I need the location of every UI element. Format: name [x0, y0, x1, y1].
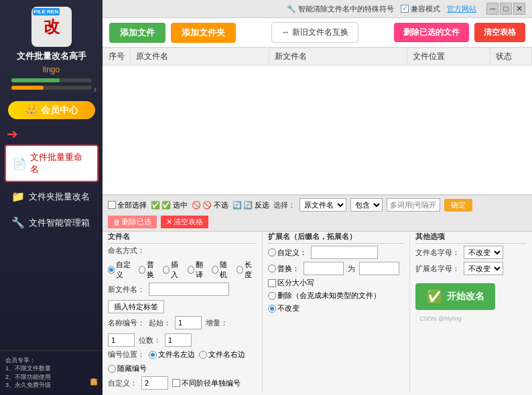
ext-case-label: 区分大小写 [277, 278, 314, 288]
pos-left-radio[interactable] [149, 351, 157, 359]
member-center-btn[interactable]: 👑 会员中心 [8, 101, 95, 119]
ext-delete-radio[interactable] [268, 292, 276, 300]
naming-random-radio[interactable] [212, 266, 218, 274]
ext-case-cb-box[interactable] [268, 279, 276, 287]
ext-replace-from-input[interactable] [304, 262, 344, 275]
expand-arrow-icon[interactable]: › [94, 84, 97, 94]
compat-mode-checkbox[interactable] [401, 5, 409, 13]
select-bar-clear-btn[interactable]: ✕ 清空表格 [161, 216, 208, 228]
naming-translate[interactable]: 翻译 [188, 260, 208, 280]
contain-input[interactable] [387, 198, 440, 212]
naming-custom[interactable]: 自定义 [108, 260, 135, 280]
pos-hide-radio[interactable] [108, 365, 116, 373]
th-orig: 原文件名 [131, 48, 269, 66]
diff-line-checkbox[interactable]: 不同阶径单独编号 [172, 378, 241, 388]
swap-names-button[interactable]: ↔ 新旧文件名互换 [271, 22, 358, 43]
naming-row: 命名方式： 自定义 普换 插入 [108, 246, 257, 280]
logo-text: 改 [44, 16, 60, 37]
deselect-item[interactable]: 🚫 🚫 不选 [192, 200, 228, 210]
pos-hide[interactable]: 随藏编号 [108, 364, 147, 374]
sidebar-item-rename-label: 文件批量重命名 [30, 151, 90, 175]
naming-translate-radio[interactable] [188, 266, 194, 274]
step-input[interactable] [108, 333, 135, 347]
contain-dropdown[interactable]: 包含 [350, 198, 383, 212]
naming-random[interactable]: 随机 [212, 260, 232, 280]
ext-custom-input[interactable] [311, 246, 378, 259]
clean-special-item: 🔧 智能清除文件名中的特殊符号 [287, 4, 394, 14]
ext-char-select[interactable]: 不改变 [464, 262, 503, 275]
ext-replace-label: 普换： [277, 264, 300, 274]
ext-nochange-label: 不改变 [277, 303, 300, 313]
ext-replace-to-input[interactable] [359, 262, 399, 275]
promo-line-3: 3、永久免费升级 [5, 381, 89, 390]
naming-replace-label: 普换 [147, 260, 159, 280]
digits-input[interactable] [165, 333, 192, 347]
select-all-cb-box[interactable] [108, 201, 116, 209]
custom-label: 自定义： [108, 378, 137, 388]
naming-custom-radio[interactable] [108, 266, 115, 274]
ext-replace-radio[interactable] [268, 264, 276, 272]
numbering-row: 名称编号： 起始： 增量： 位数： [108, 316, 257, 347]
promo-line-1: 1、不限文件数量 [5, 364, 89, 373]
ext-custom-radio-item[interactable]: 自定义： [268, 248, 307, 258]
official-site-link[interactable]: 官方网站 [447, 4, 476, 14]
naming-custom-label: 自定义 [116, 260, 134, 280]
select-bar-delete-btn[interactable]: 🗑 删除已选 [108, 216, 157, 228]
delete-icon: 🗑 [113, 218, 121, 226]
ext-custom-label: 自定义： [277, 248, 307, 258]
pos-right[interactable]: 文件名右边 [199, 349, 245, 360]
ext-nochange-radio[interactable] [268, 305, 276, 313]
start-label: 起始： [149, 318, 171, 328]
filename-char-select[interactable]: 不改变 [464, 246, 503, 259]
promo-text: 会员专享： 1、不限文件数量 2、不限功能使用 3、永久免费升级 [5, 356, 89, 390]
invert-item[interactable]: 🔄 🔄 反选 [232, 200, 269, 210]
compat-mode-item[interactable]: 兼容模式 [401, 4, 440, 14]
add-file-button[interactable]: 添加文件 [109, 23, 165, 43]
restore-btn[interactable]: □ [500, 3, 512, 15]
new-filename-input[interactable] [149, 283, 229, 296]
sidebar-item-folder[interactable]: 📁 文件夹批量改名 [5, 185, 98, 208]
ext-delete-radio-item[interactable]: 删除（会克成未知类型的文件） [268, 291, 381, 301]
choose-dropdown[interactable]: 原文件名 [300, 198, 346, 212]
naming-length-radio[interactable] [237, 266, 243, 274]
sidebar-item-smart[interactable]: 🔧 文件智能管理箱 [5, 211, 98, 234]
ext-nochange-radio-item[interactable]: 不改变 [268, 303, 300, 313]
num-pos-row: 编号位置： 文件名左边 文件名右边 随藏编号 [108, 349, 257, 374]
custom-input[interactable] [141, 376, 168, 390]
close-btn[interactable]: ✕ [513, 3, 525, 15]
select-all-checkbox[interactable]: 全部选择 [108, 200, 147, 210]
start-input[interactable] [175, 316, 202, 329]
smart-icon: 🔧 [11, 216, 25, 229]
ext-replace-radio-item[interactable]: 普换： [268, 264, 300, 274]
select-bar-clear-label: 清空表格 [174, 217, 203, 227]
clear-table-button[interactable]: 清空表格 [474, 23, 525, 42]
promo-line-2: 2、不限功能使用 [5, 373, 89, 382]
naming-insert[interactable]: 插入 [163, 260, 183, 280]
diff-line-cb-box[interactable] [172, 379, 180, 387]
add-folder-button[interactable]: 添加文件夹 [171, 23, 236, 43]
pos-right-label: 文件名右边 [208, 349, 245, 360]
invert-label: 🔄 反选 [243, 200, 269, 210]
sidebar-item-rename[interactable]: 📄 文件批量重命名 [5, 145, 98, 182]
minimize-btn[interactable]: ─ [486, 3, 498, 15]
select-item[interactable]: ✅ ✅ 选中 [151, 200, 188, 210]
sidebar-item-smart-label: 文件智能管理箱 [29, 217, 90, 229]
filename-panel-title: 文件名 [108, 232, 257, 244]
pos-left[interactable]: 文件名左边 [149, 349, 195, 360]
naming-insert-radio[interactable] [163, 266, 170, 274]
ext-custom-radio[interactable] [268, 248, 276, 256]
start-rename-btn[interactable]: ✅ 开始改名 [415, 283, 495, 310]
ext-delete-label: 删除（会克成未知类型的文件） [277, 291, 381, 301]
filename-char-label: 文件名字母： [415, 248, 460, 258]
sidebar-promo-area: 会员专享： 1、不限文件数量 2、不限功能使用 3、永久免费升级 提高办公效率 [0, 350, 103, 395]
start-rename-label: 开始改名 [447, 291, 484, 303]
naming-replace-radio[interactable] [139, 266, 145, 274]
insert-tag-btn[interactable]: 插入特定标签 [108, 300, 164, 313]
confirm-btn[interactable]: 确定 [444, 199, 472, 212]
delete-done-button[interactable]: 删除已选的文件 [394, 23, 469, 42]
ext-case-checkbox[interactable]: 区分大小写 [268, 278, 314, 288]
pos-right-radio[interactable] [199, 351, 207, 359]
naming-replace[interactable]: 普换 [139, 260, 159, 280]
naming-length[interactable]: 长度 [237, 260, 257, 280]
arrow-indicator-icon: ➔ [7, 126, 18, 142]
